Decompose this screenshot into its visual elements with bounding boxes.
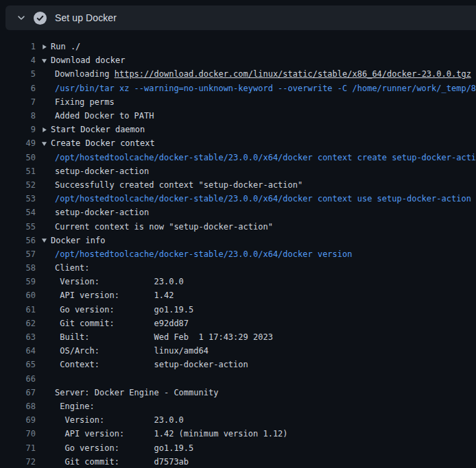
log-text: API version: 1.42 (minimum version 1.12) [55,429,288,439]
line-number-link[interactable]: 72 [0,457,36,467]
log-text: Downloading [55,69,115,79]
log-line-content: Version: 23.0.0 [41,277,476,286]
log-text: API version: 1.42 [55,291,174,300]
line-number-link[interactable]: 9 [0,125,36,134]
line-number-link[interactable]: 55 [0,222,36,232]
log-line-content: Downloading https://download.docker.com/… [41,69,476,79]
line-number-link[interactable]: 66 [0,374,36,384]
log-line-content: Run ./ [41,42,476,51]
log-row: 51setup-docker-action [0,164,476,178]
log-line-content: Engine: [41,402,476,411]
log-row: 7Fixing perms [0,95,476,109]
line-number-link[interactable]: 69 [0,415,36,425]
log-text: setup-docker-action [55,167,149,176]
log-group-row[interactable]: 9Start Docker daemon [0,123,476,136]
step-header[interactable]: Set up Docker [5,5,476,30]
log-row: 58Client: [0,261,476,275]
line-number-link[interactable]: 71 [0,443,36,453]
line-number-link[interactable]: 65 [0,360,36,369]
log-line-content: /opt/hostedtoolcache/docker-stable/23.0.… [41,249,476,259]
line-number-link[interactable]: 1 [0,42,36,51]
log-line-content: /usr/bin/tar xz --warning=no-unknown-key… [41,84,476,93]
line-number-link[interactable]: 56 [0,236,36,245]
line-number-link[interactable]: 54 [0,208,36,217]
log-line-content: /opt/hostedtoolcache/docker-stable/23.0.… [41,153,476,162]
line-number-link[interactable]: 67 [0,388,36,397]
log-text: setup-docker-action [55,208,149,217]
step-title: Set up Docker [55,12,117,23]
line-number-link[interactable]: 53 [0,194,36,204]
group-title: Download docker [51,56,125,65]
line-number-link[interactable]: 58 [0,263,36,273]
log-group-row[interactable]: 4Download docker [0,53,476,67]
log-row: 65 Context: setup-docker-action [0,358,476,371]
log-row: 57/opt/hostedtoolcache/docker-stable/23.… [0,247,476,261]
log-line-content: Start Docker daemon [41,125,476,134]
log-line-content: Added Docker to PATH [41,111,476,121]
line-number-link[interactable]: 7 [0,97,36,107]
log-group-row[interactable]: 49Create Docker context [0,136,476,150]
chevron-down-icon[interactable] [12,13,30,23]
log-text: Client: [55,263,90,273]
log-text: Version: 23.0.0 [55,277,184,286]
line-number-link[interactable]: 5 [0,69,36,79]
group-title: Start Docker daemon [51,125,145,134]
line-number-link[interactable]: 63 [0,332,36,342]
line-number-link[interactable]: 70 [0,429,36,439]
log-area: 1Run ./4Download docker5Downloading http… [0,30,476,468]
log-row: 64 OS/Arch: linux/amd64 [0,344,476,358]
log-row: 60 API version: 1.42 [0,288,476,302]
line-number-link[interactable]: 59 [0,277,36,286]
group-title: Docker info [51,236,105,245]
log-text: Git commit: d7573ab [55,457,189,467]
log-line-content: Docker info [41,236,476,245]
log-command-text: /opt/hostedtoolcache/docker-stable/23.0.… [55,153,476,162]
triangle-down-icon[interactable] [41,58,51,64]
log-line-content: setup-docker-action [41,208,476,217]
group-title: Create Docker context [51,138,155,148]
log-row: 68 Engine: [0,399,476,413]
line-number-link[interactable]: 60 [0,291,36,300]
line-number-link[interactable]: 57 [0,249,36,259]
log-line-content: setup-docker-action [41,167,476,176]
line-number-link[interactable]: 8 [0,111,36,121]
log-row: 55Current context is now "setup-docker-a… [0,219,476,233]
line-number-link[interactable]: 4 [0,56,36,65]
log-row: 5Downloading https://download.docker.com… [0,67,476,81]
log-row: 50/opt/hostedtoolcache/docker-stable/23.… [0,151,476,164]
triangle-down-icon[interactable] [41,237,51,243]
log-line-content: Server: Docker Engine - Community [41,388,476,397]
line-number-link[interactable]: 6 [0,84,36,93]
log-line-content: API version: 1.42 [41,291,476,300]
log-row: 62 Git commit: e92dd87 [0,317,476,330]
triangle-down-icon[interactable] [41,140,51,147]
log-row: 63 Built: Wed Feb 1 17:43:29 2023 [0,330,476,344]
log-row: 59 Version: 23.0.0 [0,275,476,288]
log-row: 67Server: Docker Engine - Community [0,386,476,399]
line-number-link[interactable]: 52 [0,180,36,190]
group-title: Run ./ [51,42,80,51]
log-link[interactable]: https://download.docker.com/linux/static… [115,69,471,79]
log-text: Version: 23.0.0 [55,415,184,425]
line-number-link[interactable]: 68 [0,402,36,411]
line-number-link[interactable]: 49 [0,138,36,148]
triangle-right-icon[interactable] [41,127,51,133]
check-circle-icon [34,12,47,25]
log-row: 72 Git commit: d7573ab [0,455,476,468]
line-number-link[interactable]: 64 [0,346,36,356]
line-number-link[interactable]: 61 [0,305,36,315]
log-line-content: Built: Wed Feb 1 17:43:29 2023 [41,332,476,342]
log-row: 52Successfully created context "setup-do… [0,178,476,192]
triangle-right-icon[interactable] [41,44,51,50]
log-line-content: Download docker [41,56,476,65]
line-number-link[interactable]: 51 [0,167,36,176]
log-line-content: Context: setup-docker-action [41,360,476,369]
log-line-content: Client: [41,263,476,273]
log-row: 70 API version: 1.42 (minimum version 1.… [0,427,476,441]
log-command-text: /usr/bin/tar xz --warning=no-unknown-key… [55,84,476,93]
log-group-row[interactable]: 56Docker info [0,234,476,247]
line-number-link[interactable]: 50 [0,153,36,162]
log-group-row[interactable]: 1Run ./ [0,40,476,53]
line-number-link[interactable]: 62 [0,319,36,328]
log-line-content: Git commit: e92dd87 [41,319,476,328]
